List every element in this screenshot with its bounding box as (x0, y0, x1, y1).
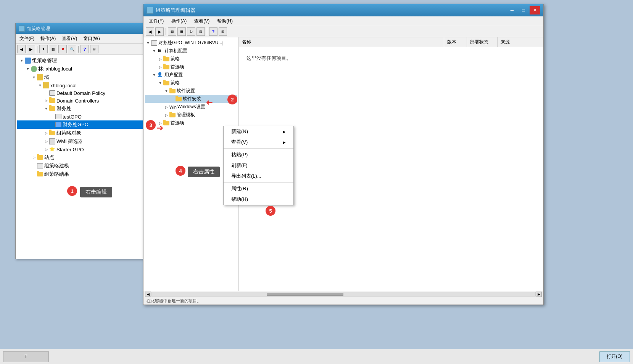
expander-sites[interactable]: ▷ (31, 154, 37, 160)
help-btn-main[interactable]: ? (209, 27, 217, 36)
forward-button-left[interactable]: ▶ (27, 45, 35, 53)
policy2-icon (163, 81, 169, 85)
tree-item-gpm-result[interactable]: ▷ 组策略结果 (17, 170, 143, 178)
menu-file-left[interactable]: 文件(F) (17, 35, 37, 43)
expander-xhblog[interactable]: ▼ (37, 82, 43, 88)
ann4-num: 4 (179, 168, 182, 174)
tree-item-xhblog[interactable]: ▼ xhblog.local (17, 82, 143, 89)
taskbar-right-btn[interactable]: 打开(O) (599, 351, 630, 362)
expander-starter-gpo[interactable]: ▷ (43, 146, 49, 152)
main-tree-root[interactable]: ▼ 财务处GPO [WIN-LG7I6IBVU...] (145, 39, 237, 47)
search-button-left[interactable]: 🔍 (68, 45, 76, 53)
back-button-main[interactable]: ◀ (146, 27, 154, 36)
main-tree-expander-computer[interactable]: ▼ (151, 48, 157, 54)
ctx-paste[interactable]: 粘贴(P) (224, 149, 293, 160)
main-tree-expander-sw-settings[interactable]: ▼ (163, 88, 169, 94)
main-tree-prefer1[interactable]: ▷ 首选项 (145, 63, 237, 71)
maximize-button[interactable]: □ (518, 6, 529, 14)
forward-button-main[interactable]: ▶ (155, 27, 164, 36)
main-tree-expander-prefer1[interactable]: ▷ (157, 64, 163, 70)
tree-label-forest: 林: xhblog.local (38, 66, 72, 72)
menu-view-main[interactable]: 查看(V) (191, 17, 213, 25)
col-source: 来源 (498, 37, 543, 47)
tree-item-testgpo[interactable]: ▷ testGPO (17, 113, 143, 120)
view-btn-main[interactable]: ☰ (177, 27, 186, 36)
menu-view-left[interactable]: 查看(V) (60, 35, 79, 43)
expander-ddp[interactable]: ▷ (43, 90, 49, 96)
export-btn-main[interactable]: ⊡ (197, 27, 205, 36)
tree-item-domain-root[interactable]: ▼ 域 (17, 73, 143, 82)
scroll-thumb[interactable] (267, 293, 343, 296)
policy1-icon (163, 57, 169, 61)
expander-domain-root[interactable]: ▼ (31, 74, 37, 80)
main-scrollbar[interactable]: ◀ ▶ (143, 291, 543, 297)
main-tree-user[interactable]: ▼ 👤 用户配置 (145, 71, 237, 79)
ctx-sep2 (224, 182, 293, 183)
menu-action-main[interactable]: 操作(A) (168, 17, 190, 25)
tree-item-gpm-model[interactable]: ▷ 组策略建模 (17, 162, 143, 170)
extra-button-left[interactable]: ⊞ (90, 45, 98, 53)
main-tree-expander-win-settings[interactable]: ▷ (163, 104, 169, 110)
ctx-refresh[interactable]: 刷新(F) (224, 160, 293, 171)
menu-window-left[interactable]: 窗口(W) (81, 35, 102, 43)
close-button[interactable]: ✕ (530, 6, 540, 14)
prefer2-icon (163, 121, 169, 125)
minimize-button[interactable]: ─ (507, 6, 517, 14)
tree-item-cwc[interactable]: ▼ 财务处 (17, 104, 143, 113)
main-tree-policy2[interactable]: ▼ 策略 (145, 79, 237, 87)
menu-file-main[interactable]: 文件(F) (146, 17, 167, 25)
tree-item-dc[interactable]: ▷ Domain Controllers (17, 97, 143, 104)
tree-item-ddp[interactable]: ▷ Default Domain Policy (17, 89, 143, 97)
panel-titlebar-icon (19, 26, 25, 32)
menu-help-main[interactable]: 帮助(H) (214, 17, 236, 25)
scroll-track[interactable] (151, 292, 536, 297)
help-button-left[interactable]: ? (81, 45, 89, 53)
delete-button-left[interactable]: ✕ (58, 45, 67, 53)
tree-label-wmi: WMI 筛选器 (56, 138, 83, 145)
main-tree-admin-tmpl[interactable]: ▷ 管理模板 (145, 111, 237, 119)
expander-gpo-obj[interactable]: ▷ (43, 130, 49, 136)
expander-forest[interactable]: ▼ (25, 66, 31, 72)
back-button-left[interactable]: ◀ (17, 45, 26, 53)
col-version-label: 版本 (447, 39, 456, 45)
ann3-num: 3 (149, 122, 152, 128)
ann1-num: 1 (71, 188, 73, 194)
show-hide-button[interactable]: ▦ (168, 27, 176, 36)
ctx-new[interactable]: 新建(N) ▶ (224, 126, 293, 137)
expander-wmi[interactable]: ▷ (43, 138, 49, 144)
annotation-2: 2 (227, 95, 237, 104)
tree-item-gpm[interactable]: ▼ 组策略管理 (17, 56, 143, 65)
tree-label-sites: 站点 (44, 154, 54, 161)
main-tree-expander-policy2[interactable]: ▼ (157, 80, 163, 86)
expander-dc[interactable]: ▷ (43, 98, 49, 104)
expander-cwc[interactable]: ▼ (43, 106, 49, 112)
main-tree-policy1[interactable]: ▷ 策略 (145, 55, 237, 63)
tree-item-starter-gpo[interactable]: ▷ ⭐ Starter GPO (17, 146, 143, 153)
tree-item-forest[interactable]: ▼ 林: xhblog.local (17, 65, 143, 73)
tree-item-sites[interactable]: ▷ 站点 (17, 153, 143, 162)
ctx-view[interactable]: 查看(V) ▶ (224, 137, 293, 148)
ctx-properties[interactable]: 属性(R) (224, 183, 293, 194)
up-button-left[interactable]: ⬆ (39, 45, 48, 53)
tree-item-cwcgpo[interactable]: ▷ 财务处GPO (17, 120, 143, 129)
scroll-right-btn[interactable]: ▶ (536, 292, 542, 297)
main-tree-expander-admin-tmpl[interactable]: ▷ (163, 112, 169, 118)
scroll-left-btn[interactable]: ◀ (145, 292, 151, 297)
ctx-export[interactable]: 导出列表(L)... (224, 171, 293, 181)
tree-item-wmi[interactable]: ▷ WMI 筛选器 (17, 137, 143, 146)
refresh-btn-main[interactable]: ↻ (187, 27, 195, 36)
taskbar-item[interactable]: T (3, 351, 49, 362)
view-button-left[interactable]: ▦ (49, 45, 57, 53)
menu-action-left[interactable]: 操作(A) (38, 35, 58, 43)
expander-gpm[interactable]: ▼ (19, 58, 25, 64)
extra-btn-main[interactable]: ⊞ (219, 27, 227, 36)
main-tree-expander-user[interactable]: ▼ (151, 72, 157, 78)
tree-item-gpo-obj[interactable]: ▷ 组策略对象 (17, 129, 143, 137)
main-tree-software-settings[interactable]: ▼ 软件设置 (145, 87, 237, 95)
ctx-help[interactable]: 帮助(H) (224, 194, 293, 205)
main-tree-expander-root[interactable]: ▼ (145, 40, 151, 46)
main-tree-windows-settings[interactable]: ▷ Win Windows设置 (145, 103, 237, 111)
main-tree-computer[interactable]: ▼ 🖥 计算机配置 (145, 47, 237, 55)
main-tree-expander-policy1[interactable]: ▷ (157, 56, 163, 62)
main-tree-sw-install[interactable]: ▷ 软件安装 (145, 95, 237, 103)
